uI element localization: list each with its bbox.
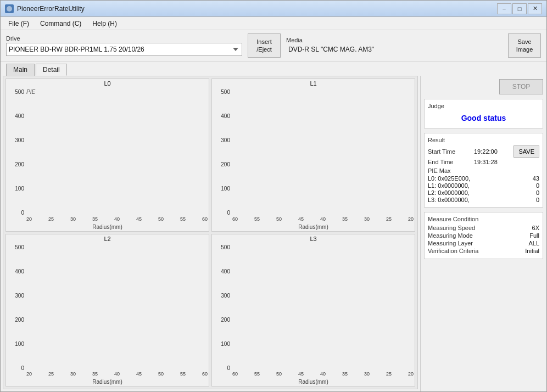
chart-l0-xaxis: 20 25 30 35 40 45 50 55 60: [25, 216, 209, 224]
pie-max-l2-value: 0: [536, 189, 539, 196]
chart-l2-title: L2: [6, 234, 209, 243]
chart-l0-yaxis: 500 400 300 200 100 0: [6, 88, 25, 224]
measure-condition-label: Measure Condition: [428, 216, 539, 222]
measuring-mode-label: Measuring Mode: [428, 232, 473, 239]
pie-max-l2-label: L2: 0x0000000,: [428, 189, 470, 196]
menu-command[interactable]: Command (C): [35, 17, 87, 30]
measuring-mode-row: Measuring Mode Full: [428, 232, 539, 239]
pie-max-section: PIE Max L0: 0x025E000, 43 L1: 0x0000000,…: [428, 167, 539, 203]
start-time-value: 19:22:00: [474, 148, 513, 155]
pie-max-l3-row: L3: 0x0000000, 0: [428, 197, 539, 203]
stop-button[interactable]: STOP: [499, 79, 543, 94]
save-button[interactable]: SAVE: [513, 145, 539, 158]
measuring-layer-row: Measuring Layer ALL: [428, 240, 539, 247]
sidebar: STOP Judge Good status Result Start Time…: [420, 76, 546, 391]
chart-l3-title: L3: [212, 234, 415, 243]
save-image-button[interactable]: SaveImage: [508, 33, 541, 58]
measuring-speed-label: Measuring Speed: [428, 225, 475, 231]
pie-max-label: PIE Max: [428, 167, 539, 174]
end-time-label: End Time: [428, 159, 472, 165]
measuring-layer-label: Measuring Layer: [428, 240, 473, 247]
drive-section: Drive PIONEER BD-RW BDR-PR1ML 1.75 20/10…: [6, 35, 242, 56]
chart-l3-yaxis: 500 400 300 200 100 0: [212, 243, 231, 379]
media-section: Media DVD-R SL "CMC MAG. AM3": [286, 37, 503, 54]
chart-l3-inner: 500 400 300 200 100 0: [212, 243, 415, 379]
measure-section: Measure Condition Measuring Speed 6X Mea…: [424, 212, 543, 259]
verification-criteria-value: Initial: [525, 248, 539, 254]
svg-point-0: [7, 6, 12, 12]
pie-max-l0-label: L0: 0x025E000,: [428, 175, 470, 182]
chart-l0-xlabel: Radius(mm): [6, 224, 209, 231]
measuring-mode-value: Full: [529, 232, 539, 239]
title-bar-buttons: − □ ✕: [497, 3, 542, 14]
pie-max-l0-row: L0: 0x025E000, 43: [428, 175, 539, 182]
chart-l2: L2 500 400 300 200 100 0: [5, 234, 209, 387]
measuring-layer-value: ALL: [528, 240, 539, 247]
pie-max-l3-value: 0: [536, 197, 539, 203]
chart-l0-inner: 500 400 300 200 100 0 PIE: [6, 88, 209, 224]
pie-max-l1-row: L1: 0x0000000, 0: [428, 182, 539, 189]
toolbar: Drive PIONEER BD-RW BDR-PR1ML 1.75 20/10…: [1, 30, 546, 61]
end-time-value: 19:31:28: [474, 159, 539, 165]
title-bar-text: PioneerErrorRateUtility: [17, 5, 497, 13]
drive-select[interactable]: PIONEER BD-RW BDR-PR1ML 1.75 20/10/26: [6, 43, 242, 56]
charts-area: L0 500 400 300 200 100 0 PIE: [3, 76, 418, 389]
chart-l1-title: L1: [212, 79, 415, 88]
drive-label: Drive: [6, 35, 242, 42]
menu-bar: File (F) Command (C) Help (H): [1, 17, 546, 30]
chart-l3-xlabel: Radius(mm): [212, 379, 415, 386]
start-time-label: Start Time: [428, 148, 472, 155]
pie-max-l0-value: 43: [533, 175, 539, 182]
pie-label: PIE: [26, 89, 35, 95]
minimize-button[interactable]: −: [497, 3, 511, 14]
chart-l3: L3 500 400 300 200 100 0: [211, 234, 415, 387]
tab-main[interactable]: Main: [6, 64, 35, 76]
main-window: PioneerErrorRateUtility − □ ✕ File (F) C…: [0, 0, 547, 392]
tabs-bar: Main Detail: [1, 61, 546, 76]
content-area: L0 500 400 300 200 100 0 PIE: [1, 76, 546, 391]
pie-max-l1-label: L1: 0x0000000,: [428, 182, 470, 189]
judge-label: Judge: [428, 103, 539, 109]
chart-l2-xlabel: Radius(mm): [6, 379, 209, 386]
app-icon: [5, 4, 14, 13]
chart-l2-xaxis: 20 25 30 35 40 45 50 55 60: [25, 371, 209, 379]
menu-help[interactable]: Help (H): [87, 17, 122, 30]
close-button[interactable]: ✕: [528, 3, 542, 14]
title-bar: PioneerErrorRateUtility − □ ✕: [1, 1, 546, 17]
chart-l2-yaxis: 500 400 300 200 100 0: [6, 243, 25, 379]
start-time-row: Start Time 19:22:00 SAVE: [428, 145, 539, 158]
result-section: Result Start Time 19:22:00 SAVE End Time…: [424, 133, 543, 208]
chart-l1-xaxis: 60 55 50 45 40 35 30 25 20: [231, 216, 415, 224]
judge-section: Judge Good status: [424, 99, 543, 128]
chart-l0-title: L0: [6, 79, 209, 88]
media-value: DVD-R SL "CMC MAG. AM3": [286, 44, 503, 54]
chart-l1-yaxis: 500 400 300 200 100 0: [212, 88, 231, 224]
chart-l2-inner: 500 400 300 200 100 0: [6, 243, 209, 379]
verification-criteria-row: Verification Criteria Initial: [428, 248, 539, 254]
chart-l0: L0 500 400 300 200 100 0 PIE: [5, 79, 209, 232]
pie-max-l3-label: L3: 0x0000000,: [428, 197, 470, 203]
chart-l3-xaxis: 60 55 50 45 40 35 30 25 20: [231, 371, 415, 379]
verification-criteria-label: Verification Criteria: [428, 248, 478, 254]
good-status: Good status: [428, 111, 539, 125]
measuring-speed-row: Measuring Speed 6X: [428, 225, 539, 231]
menu-file[interactable]: File (F): [3, 17, 35, 30]
tab-detail[interactable]: Detail: [36, 64, 67, 76]
media-label: Media: [286, 37, 503, 43]
pie-max-l1-value: 0: [536, 182, 539, 189]
end-time-row: End Time 19:31:28: [428, 159, 539, 165]
chart-l1: L1 500 400 300 200 100 0: [211, 79, 415, 232]
pie-max-l2-row: L2: 0x0000000, 0: [428, 189, 539, 196]
result-label: Result: [428, 137, 539, 143]
chart-l1-inner: 500 400 300 200 100 0: [212, 88, 415, 224]
chart-l1-xlabel: Radius(mm): [212, 224, 415, 231]
maximize-button[interactable]: □: [512, 3, 527, 14]
measuring-speed-value: 6X: [532, 225, 539, 231]
insert-eject-button[interactable]: Insert/Eject: [248, 33, 281, 58]
